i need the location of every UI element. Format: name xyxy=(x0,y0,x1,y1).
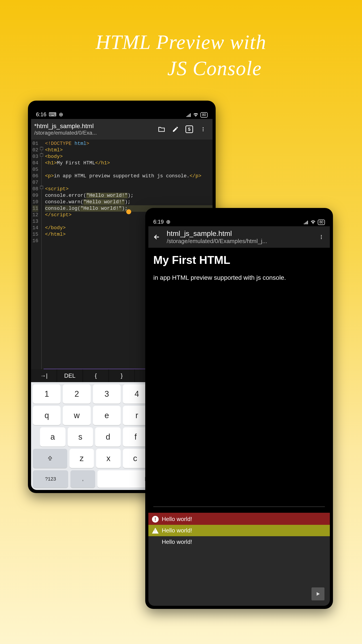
promo-line2: JS Console xyxy=(0,55,362,82)
promo-title: HTML Preview with JS Console xyxy=(0,29,362,82)
console-warn-text: Hello world! xyxy=(162,527,192,534)
file-path: /storage/emulated/0/Exa... xyxy=(34,130,154,136)
brace-close-key[interactable]: } xyxy=(109,369,135,382)
symbols-key[interactable]: ?123 xyxy=(33,470,68,488)
status-indicator-icon: ⊕ xyxy=(59,111,63,118)
shift-key[interactable] xyxy=(33,449,67,468)
svg-point-0 xyxy=(203,127,204,128)
preview-title: html_js_sample.html xyxy=(167,230,312,238)
fold-toggle[interactable] xyxy=(40,154,43,156)
line-gutter: 01 02 03 04 05 06 07 08 09 10 11 12 13 1… xyxy=(31,140,39,369)
preview-paragraph: in app HTML preview supported with js co… xyxy=(153,274,325,281)
brace-open-key[interactable]: { xyxy=(83,369,109,382)
status-time: 6:19 xyxy=(153,219,164,225)
status-time: 6:16 xyxy=(36,111,46,118)
keyboard-indicator-icon: ⌨ xyxy=(49,111,56,118)
fold-toggle[interactable] xyxy=(40,147,43,150)
comma-key[interactable]: , xyxy=(70,470,95,488)
preview-app-bar: html_js_sample.html /storage/emulated/0/… xyxy=(148,226,330,248)
phone-preview: 6:19 ⊕ 80 html_js_sample.html /storage/e… xyxy=(145,208,333,609)
edit-button[interactable] xyxy=(169,123,182,136)
wifi-icon xyxy=(311,220,316,224)
svg-point-3 xyxy=(321,235,322,236)
html-preview-body[interactable]: My First HTML in app HTML preview suppor… xyxy=(148,248,330,513)
js-console: ! Hello world! Hello world! Hello world! xyxy=(148,513,330,606)
editor-app-bar: *html_js_sample.html /storage/emulated/0… xyxy=(31,119,213,140)
key-c[interactable]: c xyxy=(123,449,147,468)
preview-path: /storage/emulated/0/Examples/html_j... xyxy=(167,238,312,245)
overflow-menu-button[interactable] xyxy=(197,123,209,136)
svg-point-2 xyxy=(203,130,204,131)
promo-line1: HTML Preview with xyxy=(0,29,362,55)
fold-toggle[interactable] xyxy=(40,186,43,189)
wifi-icon xyxy=(193,113,198,117)
status-bar: 6:16 ⌨ ⊕ 80 xyxy=(31,104,213,119)
signal-icon xyxy=(187,113,191,117)
key-f[interactable]: f xyxy=(123,427,148,446)
key-d[interactable]: d xyxy=(95,427,121,446)
back-button[interactable] xyxy=(151,231,163,243)
key-2[interactable]: 2 xyxy=(63,384,90,404)
key-z[interactable]: z xyxy=(69,449,94,468)
key-1[interactable]: 1 xyxy=(33,384,60,404)
folder-button[interactable] xyxy=(155,123,168,136)
battery-icon: 80 xyxy=(200,112,208,118)
battery-icon: 80 xyxy=(318,220,325,225)
console-error-row[interactable]: ! Hello world! xyxy=(148,514,330,525)
fold-column xyxy=(39,140,43,369)
key-q[interactable]: q xyxy=(33,406,60,425)
warning-icon xyxy=(152,528,159,534)
svg-point-5 xyxy=(321,238,322,239)
svg-point-4 xyxy=(321,236,322,238)
key-a[interactable]: a xyxy=(40,427,65,446)
svg-point-1 xyxy=(203,129,204,130)
status-indicator-icon: ⊕ xyxy=(166,219,170,225)
file-title: *html_js_sample.html xyxy=(34,122,154,130)
preview-heading: My First HTML xyxy=(153,254,325,266)
console-log-text: Hello world! xyxy=(162,538,192,546)
key-3[interactable]: 3 xyxy=(93,384,121,404)
key-x[interactable]: x xyxy=(96,449,121,468)
status-bar: 6:19 ⊕ 80 xyxy=(148,211,330,226)
key-s[interactable]: s xyxy=(68,427,93,446)
tabs-button[interactable]: 5 xyxy=(183,123,196,136)
run-button[interactable] xyxy=(312,588,325,600)
console-warn-row[interactable]: Hello world! xyxy=(148,525,330,536)
tab-count: 5 xyxy=(185,126,193,133)
console-log-row[interactable]: Hello world! xyxy=(148,536,330,548)
error-icon: ! xyxy=(152,516,159,522)
key-w[interactable]: w xyxy=(63,406,90,425)
overflow-menu-button[interactable] xyxy=(315,231,328,243)
tab-key[interactable]: →| xyxy=(31,369,57,382)
del-key[interactable]: DEL xyxy=(57,369,83,382)
signal-icon xyxy=(304,220,308,224)
key-e[interactable]: e xyxy=(93,406,121,425)
console-error-text: Hello world! xyxy=(162,516,192,522)
